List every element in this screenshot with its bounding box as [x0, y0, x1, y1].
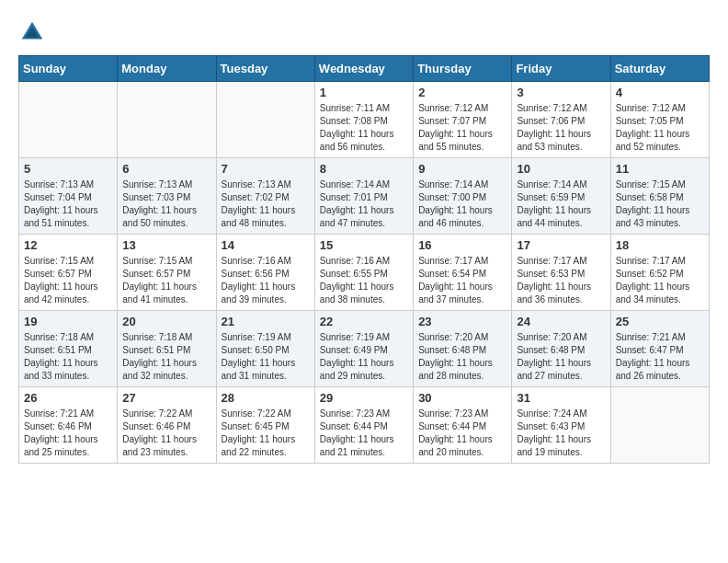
calendar-day-cell: 30Sunrise: 7:23 AM Sunset: 6:44 PM Dayli… — [414, 387, 512, 464]
calendar-day-header: Friday — [512, 56, 610, 82]
day-number: 8 — [320, 162, 408, 176]
calendar-table: SundayMondayTuesdayWednesdayThursdayFrid… — [18, 55, 710, 464]
logo — [18, 18, 51, 46]
day-info: Sunrise: 7:17 AM Sunset: 6:53 PM Dayligh… — [517, 255, 605, 306]
day-number: 24 — [517, 315, 605, 328]
day-info: Sunrise: 7:12 AM Sunset: 7:06 PM Dayligh… — [517, 102, 605, 154]
day-number: 6 — [122, 162, 210, 176]
day-number: 26 — [24, 391, 112, 405]
calendar-day-cell: 2Sunrise: 7:12 AM Sunset: 7:07 PM Daylig… — [414, 82, 512, 158]
day-info: Sunrise: 7:13 AM Sunset: 7:02 PM Dayligh… — [222, 178, 310, 230]
day-info: Sunrise: 7:13 AM Sunset: 7:03 PM Dayligh… — [122, 178, 210, 230]
calendar-day-cell: 9Sunrise: 7:14 AM Sunset: 7:00 PM Daylig… — [414, 158, 512, 235]
calendar-header-row: SundayMondayTuesdayWednesdayThursdayFrid… — [19, 56, 710, 82]
day-number: 28 — [222, 391, 310, 405]
calendar-day-cell: 4Sunrise: 7:12 AM Sunset: 7:05 PM Daylig… — [610, 82, 709, 158]
calendar-day-cell: 17Sunrise: 7:17 AM Sunset: 6:53 PM Dayli… — [512, 235, 610, 311]
calendar-day-cell: 18Sunrise: 7:17 AM Sunset: 6:52 PM Dayli… — [610, 235, 709, 311]
calendar-day-header: Tuesday — [216, 56, 314, 82]
day-number: 1 — [320, 86, 408, 99]
day-number: 2 — [418, 86, 506, 99]
day-info: Sunrise: 7:15 AM Sunset: 6:57 PM Dayligh… — [122, 255, 210, 306]
day-info: Sunrise: 7:16 AM Sunset: 6:55 PM Dayligh… — [320, 255, 408, 306]
calendar-day-cell: 11Sunrise: 7:15 AM Sunset: 6:58 PM Dayli… — [610, 158, 709, 235]
calendar-day-cell — [118, 82, 216, 158]
day-number: 9 — [418, 162, 506, 176]
calendar-week-row: 5Sunrise: 7:13 AM Sunset: 7:04 PM Daylig… — [19, 158, 710, 235]
calendar-day-header: Thursday — [414, 56, 512, 82]
calendar-day-cell: 14Sunrise: 7:16 AM Sunset: 6:56 PM Dayli… — [216, 235, 314, 311]
calendar-day-cell: 8Sunrise: 7:14 AM Sunset: 7:01 PM Daylig… — [314, 158, 413, 235]
day-number: 22 — [320, 315, 408, 328]
day-number: 29 — [320, 391, 408, 405]
calendar-day-header: Monday — [118, 56, 216, 82]
day-number: 31 — [517, 391, 605, 405]
calendar-day-cell: 19Sunrise: 7:18 AM Sunset: 6:51 PM Dayli… — [19, 311, 118, 387]
day-info: Sunrise: 7:19 AM Sunset: 6:50 PM Dayligh… — [222, 331, 310, 383]
day-info: Sunrise: 7:11 AM Sunset: 7:08 PM Dayligh… — [320, 102, 408, 154]
calendar-day-cell: 28Sunrise: 7:22 AM Sunset: 6:45 PM Dayli… — [216, 387, 314, 464]
calendar-week-row: 12Sunrise: 7:15 AM Sunset: 6:57 PM Dayli… — [19, 235, 710, 311]
calendar-day-header: Sunday — [19, 56, 118, 82]
day-info: Sunrise: 7:18 AM Sunset: 6:51 PM Dayligh… — [24, 331, 112, 383]
day-number: 15 — [320, 238, 408, 252]
day-info: Sunrise: 7:17 AM Sunset: 6:54 PM Dayligh… — [418, 255, 506, 306]
calendar-day-cell: 27Sunrise: 7:22 AM Sunset: 6:46 PM Dayli… — [118, 387, 216, 464]
day-number: 4 — [616, 86, 704, 99]
calendar-day-cell — [216, 82, 314, 158]
day-info: Sunrise: 7:21 AM Sunset: 6:46 PM Dayligh… — [24, 408, 112, 459]
calendar-day-cell: 26Sunrise: 7:21 AM Sunset: 6:46 PM Dayli… — [19, 387, 118, 464]
day-number: 21 — [222, 315, 310, 328]
day-info: Sunrise: 7:24 AM Sunset: 6:43 PM Dayligh… — [517, 408, 605, 459]
day-number: 12 — [24, 238, 112, 252]
day-info: Sunrise: 7:18 AM Sunset: 6:51 PM Dayligh… — [122, 331, 210, 383]
calendar-day-cell: 7Sunrise: 7:13 AM Sunset: 7:02 PM Daylig… — [216, 158, 314, 235]
day-info: Sunrise: 7:15 AM Sunset: 6:58 PM Dayligh… — [616, 178, 704, 230]
calendar-day-cell: 15Sunrise: 7:16 AM Sunset: 6:55 PM Dayli… — [314, 235, 413, 311]
calendar-day-cell — [19, 82, 118, 158]
day-info: Sunrise: 7:21 AM Sunset: 6:47 PM Dayligh… — [616, 331, 704, 383]
calendar-day-cell: 12Sunrise: 7:15 AM Sunset: 6:57 PM Dayli… — [19, 235, 118, 311]
day-number: 10 — [517, 162, 605, 176]
calendar-week-row: 19Sunrise: 7:18 AM Sunset: 6:51 PM Dayli… — [19, 311, 710, 387]
day-number: 25 — [616, 315, 704, 328]
calendar-day-header: Saturday — [610, 56, 709, 82]
day-number: 16 — [418, 238, 506, 252]
day-info: Sunrise: 7:19 AM Sunset: 6:49 PM Dayligh… — [320, 331, 408, 383]
day-info: Sunrise: 7:16 AM Sunset: 6:56 PM Dayligh… — [222, 255, 310, 306]
day-number: 20 — [122, 315, 210, 328]
day-number: 7 — [222, 162, 310, 176]
calendar-day-cell: 3Sunrise: 7:12 AM Sunset: 7:06 PM Daylig… — [512, 82, 610, 158]
day-info: Sunrise: 7:12 AM Sunset: 7:05 PM Dayligh… — [616, 102, 704, 154]
day-number: 14 — [222, 238, 310, 252]
day-number: 3 — [517, 86, 605, 99]
calendar-day-cell: 29Sunrise: 7:23 AM Sunset: 6:44 PM Dayli… — [314, 387, 413, 464]
day-info: Sunrise: 7:14 AM Sunset: 7:00 PM Dayligh… — [418, 178, 506, 230]
day-number: 30 — [418, 391, 506, 405]
day-number: 11 — [616, 162, 704, 176]
day-number: 27 — [122, 391, 210, 405]
calendar-day-cell: 24Sunrise: 7:20 AM Sunset: 6:48 PM Dayli… — [512, 311, 610, 387]
page-header — [18, 18, 710, 46]
day-info: Sunrise: 7:23 AM Sunset: 6:44 PM Dayligh… — [418, 408, 506, 459]
day-info: Sunrise: 7:20 AM Sunset: 6:48 PM Dayligh… — [517, 331, 605, 383]
day-number: 17 — [517, 238, 605, 252]
calendar-day-cell: 13Sunrise: 7:15 AM Sunset: 6:57 PM Dayli… — [118, 235, 216, 311]
day-number: 18 — [616, 238, 704, 252]
day-info: Sunrise: 7:22 AM Sunset: 6:45 PM Dayligh… — [222, 408, 310, 459]
day-number: 19 — [24, 315, 112, 328]
calendar-day-cell: 20Sunrise: 7:18 AM Sunset: 6:51 PM Dayli… — [118, 311, 216, 387]
day-number: 5 — [24, 162, 112, 176]
day-info: Sunrise: 7:17 AM Sunset: 6:52 PM Dayligh… — [616, 255, 704, 306]
calendar-day-cell: 25Sunrise: 7:21 AM Sunset: 6:47 PM Dayli… — [610, 311, 709, 387]
calendar-week-row: 26Sunrise: 7:21 AM Sunset: 6:46 PM Dayli… — [19, 387, 710, 464]
day-info: Sunrise: 7:20 AM Sunset: 6:48 PM Dayligh… — [418, 331, 506, 383]
day-info: Sunrise: 7:14 AM Sunset: 6:59 PM Dayligh… — [517, 178, 605, 230]
day-number: 23 — [418, 315, 506, 328]
calendar-day-cell: 23Sunrise: 7:20 AM Sunset: 6:48 PM Dayli… — [414, 311, 512, 387]
calendar-day-cell: 10Sunrise: 7:14 AM Sunset: 6:59 PM Dayli… — [512, 158, 610, 235]
calendar-day-cell: 22Sunrise: 7:19 AM Sunset: 6:49 PM Dayli… — [314, 311, 413, 387]
day-info: Sunrise: 7:23 AM Sunset: 6:44 PM Dayligh… — [320, 408, 408, 459]
calendar-day-cell: 21Sunrise: 7:19 AM Sunset: 6:50 PM Dayli… — [216, 311, 314, 387]
day-number: 13 — [122, 238, 210, 252]
